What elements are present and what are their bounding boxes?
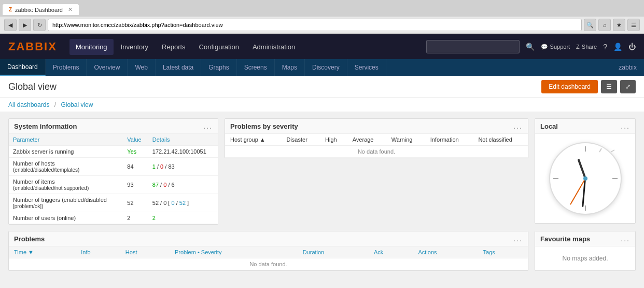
nav-reports[interactable]: Reports [156,39,192,55]
detail-enabled: 1 [152,163,156,170]
row-details: 87 / 0 / 6 [148,176,218,194]
browser-navigation: ◀ ▶ ↻ 🔍 ⌂ ★ ☰ [0,17,644,34]
breadcrumb-all-dashboards[interactable]: All dashboards [8,101,49,108]
fullscreen-button[interactable]: ⤢ [620,80,636,93]
favourite-maps-title: Favourite maps [540,235,590,243]
col-time[interactable]: Time ▼ [9,246,76,258]
row-value: 93 [123,176,148,194]
header-search-input[interactable] [426,40,520,53]
app-header: ZABBIX Monitoring Inventory Reports Conf… [0,34,644,59]
sub-navigation: Dashboard Problems Overview Web Latest d… [0,59,644,76]
subnav-web[interactable]: Web [128,59,155,76]
table-row: Number of triggers (enabled/disabled[pro… [9,194,218,212]
nav-monitoring[interactable]: Monitoring [69,39,114,55]
nav-configuration[interactable]: Configuration [193,39,245,55]
app-logo: ZABBIX [8,40,57,53]
share-button[interactable]: Z Share [576,44,597,50]
nav-inventory[interactable]: Inventory [115,39,155,55]
detail-bracket: ] [187,200,189,206]
tab-close-button[interactable]: ✕ [68,6,73,13]
tick-3 [612,178,618,179]
tick-12 [585,146,586,152]
table-row: No data found. [9,258,528,270]
subnav-graphs[interactable]: Graphs [201,59,236,76]
row-value: Yes [123,146,148,158]
col-high: High [320,134,347,146]
clock-hour-hand [577,159,586,179]
page-header-actions: Edit dashboard ☰ ⤢ [541,80,636,93]
local-title: Local [540,122,558,130]
dashboard-mid-column: Problems by severity ... Host group ▲ Di… [225,118,528,225]
col-not-classified: Not classified [473,134,528,146]
user-icon[interactable]: 👤 [613,43,622,51]
subnav-dashboard[interactable]: Dashboard [0,59,46,76]
table-row: Number of users (online) 2 2 [9,212,218,224]
row-value: 52 [123,194,148,212]
support-icon: 💬 [541,44,548,50]
subnav-discovery[interactable]: Discovery [305,59,347,76]
problems-title: Problems [14,235,45,243]
detail-trigger-ok: 52 [179,200,186,206]
subnav-problems[interactable]: Problems [46,59,87,76]
subnav-services[interactable]: Services [347,59,386,76]
settings-button[interactable]: ☰ [627,19,640,31]
system-info-header: System information ... [9,119,218,134]
favourite-maps-menu[interactable]: ... [621,235,630,243]
dashboard-right-column: Local ... [535,118,636,225]
no-data-maps: No maps added. [535,246,635,270]
detail-users-online: 2 [152,215,156,221]
star-button[interactable]: ★ [613,19,625,31]
help-icon[interactable]: ? [603,43,607,51]
col-details: Details [148,134,218,146]
browser-action-buttons: ⌂ ★ ☰ [598,19,640,31]
nav-administration[interactable]: Administration [246,39,301,55]
forward-button[interactable]: ▶ [19,19,31,31]
problems-severity-body: Host group ▲ Disaster High Average Warni… [225,134,528,158]
edit-dashboard-button[interactable]: Edit dashboard [541,80,598,93]
table-row: Number of items(enabled/disabled/not sup… [9,176,218,194]
col-tags: Tags [478,246,528,258]
detail-disabled-items: 0 [163,182,166,188]
tab-favicon: Z [9,7,12,12]
subnav-maps[interactable]: Maps [275,59,305,76]
col-hostgroup[interactable]: Host group ▲ [225,134,281,146]
problems-severity-menu[interactable]: ... [513,122,523,130]
home-button[interactable]: ⌂ [598,19,611,31]
subnav-screens[interactable]: Screens [237,59,275,76]
row-parameter: Number of users (online) [9,212,123,224]
detail-unsupported: 6 [172,182,175,188]
row-value: 2 [123,212,148,224]
col-info: Info [76,246,120,258]
tick-1 [599,148,602,153]
breadcrumb-current[interactable]: Global view [61,101,93,108]
back-button[interactable]: ◀ [4,19,17,31]
page-header: Global view Edit dashboard ☰ ⤢ [0,76,644,98]
col-disaster: Disaster [281,134,320,146]
subnav-latest-data[interactable]: Latest data [156,59,201,76]
power-icon[interactable]: ⏻ [628,43,636,51]
clock-center-dot [583,176,587,181]
view-options-button[interactable]: ☰ [601,80,617,93]
address-bar[interactable] [48,19,582,31]
system-info-menu[interactable]: ... [203,122,213,130]
share-icon: Z [576,44,580,50]
breadcrumb: All dashboards / Global view [0,98,644,112]
subnav-overview[interactable]: Overview [87,59,128,76]
browser-tab-bar: Z zabbix: Dashboard ✕ [0,0,644,17]
refresh-button[interactable]: ↻ [33,19,46,31]
problems-menu[interactable]: ... [513,235,523,243]
system-info-widget: System information ... Parameter Value D… [8,118,218,225]
search-icon[interactable]: 🔍 [526,43,535,51]
support-button[interactable]: 💬 Support [541,44,570,50]
browser-tab[interactable]: Z zabbix: Dashboard ✕ [2,4,79,15]
col-host: Host [120,246,170,258]
favourite-maps-header: Favourite maps ... [535,231,635,246]
search-nav-button[interactable]: 🔍 [584,19,596,31]
table-row: Zabbix server is running Yes 172.21.42.1… [9,146,218,158]
dashboard-left-column: System information ... Parameter Value D… [8,118,218,225]
local-widget: Local ... [535,118,636,224]
col-average: Average [347,134,386,146]
local-menu[interactable]: ... [621,122,630,130]
detail-enabled-items: 87 [152,182,159,188]
page-title: Global view [8,81,57,92]
